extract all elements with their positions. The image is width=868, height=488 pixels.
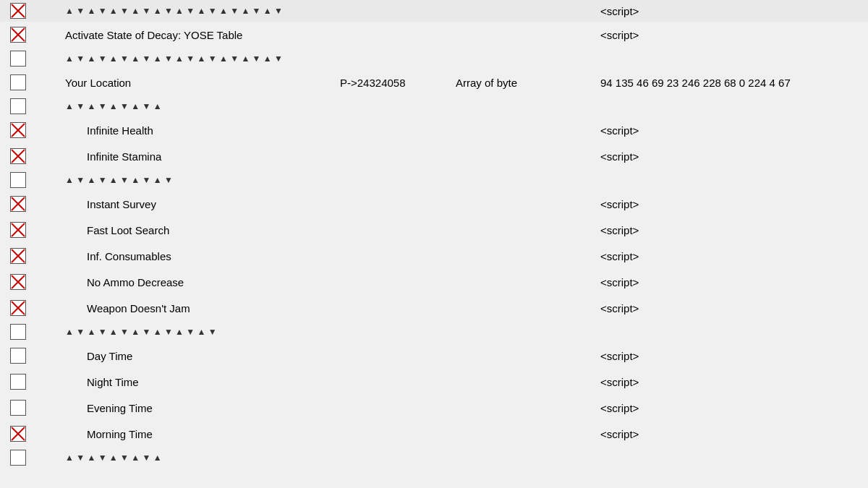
checkbox-col-row-infstamina[interactable] — [0, 148, 36, 164]
checkbox-col-row-infhealth[interactable] — [0, 122, 36, 138]
name-col-row-activate: Activate State of Decay: YOSE Table — [36, 29, 340, 41]
checkbox-row-location[interactable] — [10, 74, 26, 90]
table-row-row-morningtime: Morning Time<script> — [0, 421, 868, 447]
table-row-row-sep1: ▲ ▼ ▲ ▼ ▲ ▼ ▲ ▼ ▲ ▼ ▲ ▼ ▲ ▼ ▲ ▼ ▲ ▼ ▲ ▼<… — [0, 0, 868, 22]
value-col-row-location: 94 135 46 69 23 246 228 68 0 224 4 67 — [600, 77, 868, 89]
ptr-col-row-location: P->24324058 — [340, 77, 456, 89]
checkbox-col-row-noammo[interactable] — [0, 274, 36, 290]
value-col-row-sep1: <script> — [600, 5, 868, 17]
name-col-row-sep6: ▲ ▼ ▲ ▼ ▲ ▼ ▲ ▼ ▲ — [36, 453, 340, 463]
name-col-row-nojam: Weapon Doesn't Jam — [36, 302, 340, 314]
checkbox-col-row-sep6[interactable] — [0, 450, 36, 466]
value-col-row-daytime: <script> — [600, 350, 868, 362]
table-row-row-noammo: No Ammo Decrease<script> — [0, 269, 868, 295]
value-col-row-nojam: <script> — [600, 302, 868, 314]
checkbox-row-activate[interactable] — [10, 27, 26, 43]
checkbox-col-row-sep4[interactable] — [0, 172, 36, 188]
checkbox-row-sep2[interactable] — [10, 51, 26, 67]
checkbox-row-fastloot[interactable] — [10, 222, 26, 238]
table-row-row-infcons: Inf. Consumables<script> — [0, 243, 868, 269]
table-row-row-infstamina: Infinite Stamina<script> — [0, 143, 868, 169]
table-row-row-fastloot: Fast Loot Search<script> — [0, 217, 868, 243]
name-col-row-sep4: ▲ ▼ ▲ ▼ ▲ ▼ ▲ ▼ ▲ ▼ — [36, 175, 340, 185]
table-row-row-nojam: Weapon Doesn't Jam<script> — [0, 295, 868, 321]
checkbox-row-noammo[interactable] — [10, 274, 26, 290]
checkbox-row-infstamina[interactable] — [10, 148, 26, 164]
checkbox-row-eveningtime[interactable] — [10, 400, 26, 416]
value-col-row-activate: <script> — [600, 29, 868, 41]
table-row-row-infhealth: Infinite Health<script> — [0, 117, 868, 143]
value-col-row-infstamina: <script> — [600, 150, 868, 163]
name-col-row-location: Your Location — [36, 77, 340, 89]
name-col-row-sep5: ▲ ▼ ▲ ▼ ▲ ▼ ▲ ▼ ▲ ▼ ▲ ▼ ▲ ▼ — [36, 327, 340, 337]
name-col-row-sep3: ▲ ▼ ▲ ▼ ▲ ▼ ▲ ▼ ▲ — [36, 101, 340, 111]
table-row-row-eveningtime: Evening Time<script> — [0, 395, 868, 421]
checkbox-row-morningtime[interactable] — [10, 426, 26, 442]
name-col-row-sep1: ▲ ▼ ▲ ▼ ▲ ▼ ▲ ▼ ▲ ▼ ▲ ▼ ▲ ▼ ▲ ▼ ▲ ▼ ▲ ▼ — [36, 6, 340, 16]
checkbox-col-row-nojam[interactable] — [0, 300, 36, 316]
checkbox-col-row-nighttime[interactable] — [0, 374, 36, 390]
table-row-row-sep6: ▲ ▼ ▲ ▼ ▲ ▼ ▲ ▼ ▲ — [0, 447, 868, 468]
checkbox-col-row-sep3[interactable] — [0, 98, 36, 114]
checkbox-row-sep3[interactable] — [10, 98, 26, 114]
name-col-row-fastloot: Fast Loot Search — [36, 224, 340, 236]
checkbox-row-sep4[interactable] — [10, 172, 26, 188]
checkbox-row-daytime[interactable] — [10, 348, 26, 364]
table-row-row-daytime: Day Time<script> — [0, 343, 868, 369]
checkbox-row-nojam[interactable] — [10, 300, 26, 316]
table-row-row-nighttime: Night Time<script> — [0, 369, 868, 395]
table-row-row-instsurvey: Instant Survey<script> — [0, 191, 868, 217]
value-col-row-fastloot: <script> — [600, 224, 868, 236]
name-col-row-sep2: ▲ ▼ ▲ ▼ ▲ ▼ ▲ ▼ ▲ ▼ ▲ ▼ ▲ ▼ ▲ ▼ ▲ ▼ ▲ ▼ — [36, 53, 340, 64]
type-col-row-location: Array of byte — [456, 77, 600, 89]
checkbox-col-row-instsurvey[interactable] — [0, 196, 36, 212]
value-col-row-infhealth: <script> — [600, 124, 868, 137]
value-col-row-instsurvey: <script> — [600, 198, 868, 210]
name-col-row-morningtime: Morning Time — [36, 428, 340, 440]
checkbox-col-row-fastloot[interactable] — [0, 222, 36, 238]
checkbox-col-row-sep2[interactable] — [0, 51, 36, 67]
checkbox-col-row-location[interactable] — [0, 74, 36, 90]
cheat-table: ▲ ▼ ▲ ▼ ▲ ▼ ▲ ▼ ▲ ▼ ▲ ▼ ▲ ▼ ▲ ▼ ▲ ▼ ▲ ▼<… — [0, 0, 868, 468]
checkbox-row-infhealth[interactable] — [10, 122, 26, 138]
checkbox-row-sep5[interactable] — [10, 324, 26, 340]
table-row-row-sep3: ▲ ▼ ▲ ▼ ▲ ▼ ▲ ▼ ▲ — [0, 95, 868, 117]
checkbox-col-row-daytime[interactable] — [0, 348, 36, 364]
checkbox-row-nighttime[interactable] — [10, 374, 26, 390]
checkbox-col-row-infcons[interactable] — [0, 248, 36, 264]
name-col-row-infhealth: Infinite Health — [36, 124, 340, 137]
checkbox-col-row-activate[interactable] — [0, 27, 36, 43]
checkbox-row-sep6[interactable] — [10, 450, 26, 466]
table-row-row-sep4: ▲ ▼ ▲ ▼ ▲ ▼ ▲ ▼ ▲ ▼ — [0, 169, 868, 191]
name-col-row-nighttime: Night Time — [36, 376, 340, 388]
table-row-row-sep5: ▲ ▼ ▲ ▼ ▲ ▼ ▲ ▼ ▲ ▼ ▲ ▼ ▲ ▼ — [0, 321, 868, 343]
table-row-row-activate: Activate State of Decay: YOSE Table<scri… — [0, 22, 868, 48]
value-col-row-eveningtime: <script> — [600, 402, 868, 414]
checkbox-col-row-eveningtime[interactable] — [0, 400, 36, 416]
value-col-row-noammo: <script> — [600, 276, 868, 288]
name-col-row-infstamina: Infinite Stamina — [36, 150, 340, 163]
checkbox-row-instsurvey[interactable] — [10, 196, 26, 212]
checkbox-row-infcons[interactable] — [10, 248, 26, 264]
checkbox-col-row-sep1[interactable] — [0, 3, 36, 19]
name-col-row-infcons: Inf. Consumables — [36, 250, 340, 262]
table-row-row-sep2: ▲ ▼ ▲ ▼ ▲ ▼ ▲ ▼ ▲ ▼ ▲ ▼ ▲ ▼ ▲ ▼ ▲ ▼ ▲ ▼ — [0, 48, 868, 69]
checkbox-col-row-morningtime[interactable] — [0, 426, 36, 442]
name-col-row-noammo: No Ammo Decrease — [36, 276, 340, 288]
table-row-row-location: Your LocationP->24324058Array of byte94 … — [0, 69, 868, 95]
value-col-row-infcons: <script> — [600, 250, 868, 262]
value-col-row-nighttime: <script> — [600, 376, 868, 388]
value-col-row-morningtime: <script> — [600, 428, 868, 440]
checkbox-col-row-sep5[interactable] — [0, 324, 36, 340]
name-col-row-instsurvey: Instant Survey — [36, 198, 340, 210]
name-col-row-eveningtime: Evening Time — [36, 402, 340, 414]
name-col-row-daytime: Day Time — [36, 350, 340, 362]
checkbox-row-sep1[interactable] — [10, 3, 26, 19]
